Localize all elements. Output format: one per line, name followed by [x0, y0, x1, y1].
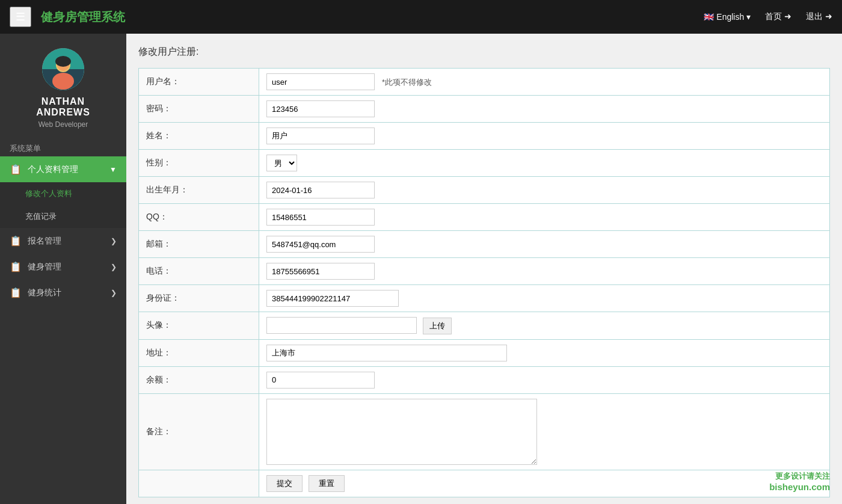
- hamburger-icon: ☰: [16, 11, 25, 23]
- buttons-label-cell: [139, 470, 259, 497]
- gender-field: 男 女: [259, 150, 830, 177]
- form-row-email: 邮箱：: [139, 231, 830, 258]
- username-input[interactable]: [266, 73, 375, 90]
- sidebar-item-stats-label: 健身统计: [28, 287, 61, 298]
- address-input[interactable]: [266, 345, 507, 361]
- logout-label: 退出: [806, 11, 823, 21]
- reset-button[interactable]: 重置: [309, 475, 345, 492]
- buttons-field: 提交 重置: [259, 470, 830, 497]
- birthdate-input[interactable]: [266, 182, 375, 198]
- avatar-field: 上传: [259, 312, 830, 340]
- form-row-buttons: 提交 重置: [139, 470, 830, 497]
- phone-input[interactable]: [266, 263, 375, 280]
- notes-label: 备注：: [139, 393, 259, 470]
- watermark: 更多设计请关注 bisheyun.com: [769, 471, 830, 492]
- sidebar-menu: 📋 个人资料管理 ▼ 修改个人资料 充值记录 📋 报名管理 ❯ 📋 健身管理: [0, 156, 126, 504]
- birthdate-field: [259, 177, 830, 204]
- language-selector[interactable]: 🇬🇧 English ▾: [704, 12, 751, 22]
- submit-button[interactable]: 提交: [266, 475, 303, 492]
- balance-label: 余额：: [139, 366, 259, 393]
- chevron-icon-stats: ❯: [111, 289, 117, 297]
- form-row-avatar: 头像： 上传: [139, 312, 830, 340]
- username-label: 用户名：: [139, 69, 259, 96]
- idcard-field: [259, 285, 830, 312]
- qq-input[interactable]: [266, 209, 375, 226]
- email-input[interactable]: [266, 236, 375, 253]
- home-button[interactable]: 首页 ➜: [765, 11, 791, 22]
- form-row-gender: 性别： 男 女: [139, 150, 830, 177]
- upload-button[interactable]: 上传: [423, 318, 452, 334]
- qq-field: [259, 204, 830, 231]
- phone-label: 电话：: [139, 258, 259, 285]
- home-icon: ➜: [784, 11, 791, 21]
- sidebar-item-registration[interactable]: 📋 报名管理 ❯: [0, 228, 126, 254]
- header-right: 🇬🇧 English ▾ 首页 ➜ 退出 ➜: [704, 11, 832, 22]
- username-note: *此项不得修改: [382, 78, 432, 87]
- form-row-notes: 备注：: [139, 393, 830, 470]
- gender-select[interactable]: 男 女: [266, 155, 297, 171]
- idcard-label: 身份证：: [139, 285, 259, 312]
- birthdate-label: 出生年月：: [139, 177, 259, 204]
- logout-button[interactable]: 退出 ➜: [806, 11, 832, 22]
- form-row-name: 姓名：: [139, 123, 830, 150]
- form-row-address: 地址：: [139, 339, 830, 366]
- form-table: 用户名： *此项不得修改 密码：: [138, 68, 830, 497]
- personal-icon: 📋: [10, 164, 22, 175]
- address-label: 地址：: [139, 339, 259, 366]
- form-row-idcard: 身份证：: [139, 285, 830, 312]
- avatar-label: 头像：: [139, 312, 259, 340]
- sidebar-item-fitness[interactable]: 📋 健身管理 ❯: [0, 254, 126, 280]
- fitness-icon: 📋: [10, 261, 22, 272]
- avatar-path-input[interactable]: [266, 317, 417, 334]
- chevron-icon: ▼: [109, 165, 117, 174]
- watermark-line1: 更多设计请关注: [769, 471, 830, 482]
- form-row-password: 密码：: [139, 96, 830, 123]
- balance-field: [259, 366, 830, 393]
- sidebar-user-name: NATHANANDREWS: [36, 96, 90, 118]
- logout-icon: ➜: [825, 11, 832, 21]
- chevron-icon-reg: ❯: [111, 237, 117, 245]
- main-inner: 修改用户注册: 用户名： *此项不得修改 密码：: [126, 34, 842, 504]
- email-field: [259, 231, 830, 258]
- balance-input[interactable]: [266, 372, 375, 389]
- notes-textarea[interactable]: [266, 399, 537, 465]
- flag-icon: 🇬🇧: [704, 12, 714, 22]
- qq-label: QQ：: [139, 204, 259, 231]
- name-input[interactable]: [266, 128, 375, 144]
- sidebar-subitem-edit-profile[interactable]: 修改个人资料: [0, 182, 126, 205]
- sidebar-section-title: 系统菜单: [0, 138, 126, 156]
- chevron-down-icon: ▾: [746, 12, 751, 22]
- header: ☰ 健身房管理系统 🇬🇧 English ▾ 首页 ➜ 退出 ➜: [0, 0, 842, 34]
- password-field: [259, 96, 830, 123]
- menu-toggle-button[interactable]: ☰: [10, 7, 31, 27]
- idcard-input[interactable]: [266, 290, 399, 307]
- form-row-balance: 余额：: [139, 366, 830, 393]
- main-content: 修改用户注册: 用户名： *此项不得修改 密码：: [126, 34, 842, 504]
- sidebar-profile: NATHANANDREWS Web Developer: [0, 34, 126, 138]
- app-title: 健身房管理系统: [41, 9, 694, 25]
- home-label: 首页: [765, 11, 782, 21]
- name-field: [259, 123, 830, 150]
- svg-point-4: [52, 73, 74, 90]
- language-label: English: [716, 12, 744, 22]
- stats-icon: 📋: [10, 287, 22, 298]
- sidebar-item-personal[interactable]: 📋 个人资料管理 ▼: [0, 156, 126, 182]
- layout: NATHANANDREWS Web Developer 系统菜单 📋 个人资料管…: [0, 34, 842, 504]
- avatar: [42, 48, 84, 90]
- sidebar-item-registration-label: 报名管理: [28, 236, 61, 247]
- form-row-qq: QQ：: [139, 204, 830, 231]
- phone-field: [259, 258, 830, 285]
- svg-point-6: [55, 56, 71, 67]
- email-label: 邮箱：: [139, 231, 259, 258]
- password-input[interactable]: [266, 100, 375, 117]
- form-row-birthdate: 出生年月：: [139, 177, 830, 204]
- sidebar: NATHANANDREWS Web Developer 系统菜单 📋 个人资料管…: [0, 34, 126, 504]
- name-label: 姓名：: [139, 123, 259, 150]
- sidebar-item-stats[interactable]: 📋 健身统计 ❯: [0, 280, 126, 306]
- username-field: *此项不得修改: [259, 69, 830, 96]
- sidebar-subitem-recharge-records[interactable]: 充值记录: [0, 205, 126, 228]
- sidebar-item-personal-label: 个人资料管理: [28, 164, 78, 175]
- sidebar-item-fitness-label: 健身管理: [28, 262, 61, 272]
- registration-icon: 📋: [10, 235, 22, 247]
- password-label: 密码：: [139, 96, 259, 123]
